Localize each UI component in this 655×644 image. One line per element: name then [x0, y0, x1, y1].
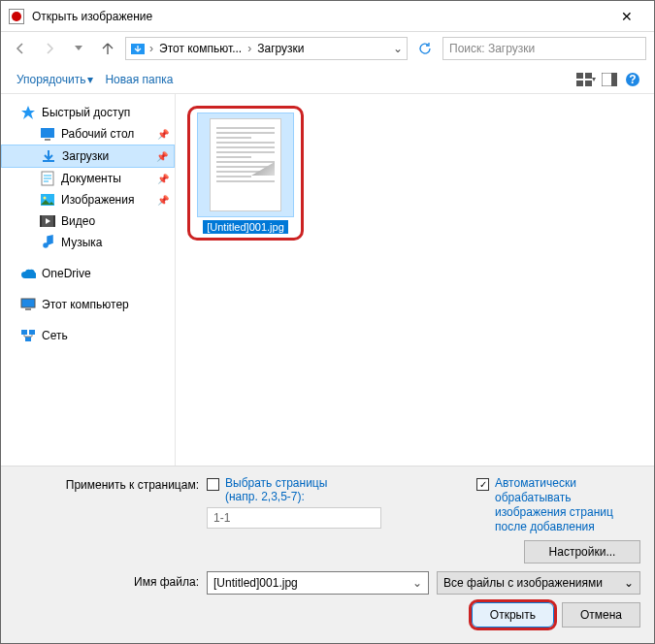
- pictures-icon: [40, 192, 55, 208]
- downloads-icon: [41, 148, 56, 164]
- downloads-folder-icon: [130, 41, 146, 56]
- bottom-panel: Применить к страницам: Выбрать страницы …: [1, 466, 654, 643]
- search-input[interactable]: Поиск: Загрузки: [442, 37, 646, 60]
- documents-icon: [40, 171, 55, 186]
- file-item[interactable]: [Untitled]001.jpg: [187, 106, 304, 241]
- cancel-button[interactable]: Отмена: [562, 602, 640, 628]
- organize-menu[interactable]: Упорядочить ▾: [11, 69, 99, 90]
- cloud-icon: [20, 266, 36, 281]
- sidebar-desktop[interactable]: Рабочий стол📌: [1, 123, 175, 145]
- filename-label: Имя файла:: [15, 571, 199, 589]
- file-label: [Untitled]001.jpg: [203, 220, 288, 234]
- view-thumbnails-button[interactable]: ▾: [574, 68, 598, 91]
- pin-icon: 📌: [156, 151, 168, 162]
- svg-rect-21: [21, 299, 35, 307]
- sidebar-this-pc[interactable]: Этот компьютер: [1, 294, 175, 315]
- pin-icon: 📌: [157, 174, 169, 184]
- desktop-icon: [40, 126, 55, 142]
- network-icon: [20, 328, 36, 343]
- sidebar-network[interactable]: Сеть: [1, 325, 175, 346]
- svg-text:?: ?: [629, 73, 636, 86]
- pages-label: Применить к страницам:: [15, 476, 199, 492]
- chevron-down-icon: ▾: [87, 73, 93, 86]
- chevron-right-icon: ›: [147, 42, 155, 55]
- page-range-input[interactable]: 1-1: [207, 507, 381, 529]
- svg-rect-6: [611, 73, 617, 86]
- chevron-down-icon[interactable]: ⌄: [412, 576, 422, 590]
- select-pages-label[interactable]: Выбрать страницы: [225, 476, 327, 490]
- auto-process-label[interactable]: Автоматически обрабатывать изображения с…: [495, 476, 640, 534]
- filetype-filter[interactable]: Все файлы с изображениями⌄: [437, 571, 640, 595]
- breadcrumb-folder[interactable]: Загрузки: [255, 42, 306, 55]
- svg-rect-1: [576, 73, 583, 79]
- open-file-dialog: Открыть изображение ✕ › Этот компьют... …: [0, 0, 655, 644]
- forward-button[interactable]: [38, 37, 61, 60]
- pin-icon: 📌: [157, 195, 169, 206]
- sidebar: Быстрый доступ Рабочий стол📌 Загрузки📌 Д…: [1, 94, 176, 466]
- chevron-down-icon[interactable]: ⌄: [393, 42, 403, 55]
- pages-hint: (напр. 2,3,5-7):: [225, 490, 327, 503]
- svg-rect-3: [576, 80, 583, 86]
- svg-rect-2: [585, 73, 592, 79]
- videos-icon: [40, 213, 55, 229]
- pc-icon: [20, 297, 36, 312]
- settings-button[interactable]: Настройки...: [524, 540, 640, 564]
- sidebar-quick-access[interactable]: Быстрый доступ: [1, 102, 175, 123]
- svg-rect-10: [45, 139, 50, 141]
- breadcrumb[interactable]: › Этот компьют... › Загрузки ⌄: [125, 37, 408, 60]
- toolbar: Упорядочить ▾ Новая папка ▾ ?: [1, 65, 654, 94]
- svg-rect-19: [40, 215, 42, 227]
- svg-rect-20: [53, 215, 55, 227]
- svg-rect-4: [585, 80, 592, 86]
- search-placeholder: Поиск: Загрузки: [449, 42, 535, 55]
- svg-rect-22: [25, 308, 31, 310]
- svg-rect-9: [41, 128, 54, 138]
- dialog-body: Быстрый доступ Рабочий стол📌 Загрузки📌 Д…: [1, 94, 654, 466]
- up-button[interactable]: [96, 37, 119, 60]
- sidebar-documents[interactable]: Документы📌: [1, 168, 175, 189]
- titlebar: Открыть изображение ✕: [1, 1, 654, 32]
- preview-pane-button[interactable]: [598, 68, 621, 91]
- chevron-right-icon: ›: [246, 42, 253, 55]
- file-thumbnail: [197, 113, 294, 217]
- help-button[interactable]: ?: [621, 68, 644, 91]
- sidebar-onedrive[interactable]: OneDrive: [1, 263, 175, 284]
- new-folder-button[interactable]: Новая папка: [99, 69, 179, 90]
- sidebar-music[interactable]: Музыка: [1, 232, 175, 253]
- filename-input[interactable]: [Untitled]001.jpg⌄: [207, 571, 429, 595]
- close-button[interactable]: ✕: [607, 2, 646, 31]
- auto-process-checkbox[interactable]: [476, 478, 489, 491]
- svg-rect-24: [29, 330, 35, 335]
- recent-dropdown[interactable]: [67, 37, 90, 60]
- chevron-down-icon: ⌄: [624, 576, 634, 590]
- back-button[interactable]: [9, 37, 32, 60]
- sidebar-downloads[interactable]: Загрузки📌: [1, 145, 175, 168]
- music-icon: [40, 235, 55, 250]
- breadcrumb-root[interactable]: Этот компьют...: [157, 42, 244, 55]
- sidebar-pictures[interactable]: Изображения📌: [1, 189, 175, 210]
- svg-rect-11: [43, 160, 54, 162]
- star-icon: [20, 105, 36, 120]
- sidebar-videos[interactable]: Видео: [1, 210, 175, 232]
- svg-point-17: [44, 197, 47, 200]
- select-pages-checkbox[interactable]: [207, 478, 219, 491]
- pin-icon: 📌: [157, 129, 169, 140]
- open-button[interactable]: Открыть: [472, 602, 554, 628]
- app-icon: [9, 9, 24, 24]
- nav-row: › Этот компьют... › Загрузки ⌄ Поиск: За…: [1, 32, 654, 65]
- svg-rect-23: [21, 330, 27, 335]
- window-title: Открыть изображение: [32, 10, 607, 23]
- refresh-button[interactable]: [413, 37, 437, 60]
- file-list[interactable]: [Untitled]001.jpg: [176, 94, 654, 466]
